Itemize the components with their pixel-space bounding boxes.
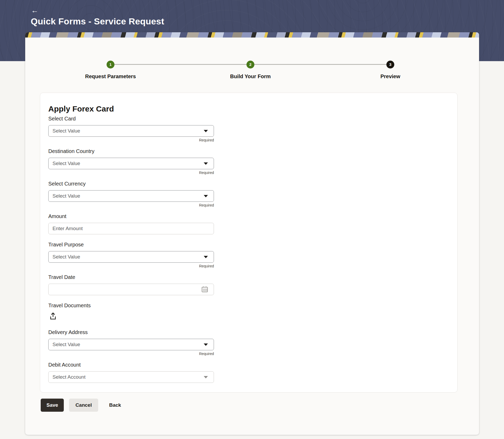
select-placeholder: Select Account — [52, 374, 86, 380]
save-button[interactable]: Save — [41, 399, 64, 412]
step-preview[interactable]: 3 Preview — [359, 61, 422, 80]
calendar-icon[interactable] — [201, 286, 208, 293]
field-select-currency: Select Currency Select Value Required — [48, 181, 214, 208]
required-hint: Required — [48, 203, 214, 208]
chevron-down-icon — [204, 256, 208, 258]
amount-input-wrap — [48, 223, 214, 234]
field-label: Amount — [48, 213, 214, 219]
decorative-banner — [25, 32, 479, 38]
delivery-address-dropdown[interactable]: Select Value — [48, 339, 214, 350]
field-label: Select Card — [48, 116, 214, 122]
step-3-label: Preview — [359, 73, 422, 80]
field-travel-date: Travel Date — [48, 274, 214, 295]
select-placeholder: Select Value — [52, 342, 80, 347]
required-hint: Required — [48, 138, 214, 142]
field-travel-purpose: Travel Purpose Select Value Required — [48, 242, 214, 268]
select-currency-dropdown[interactable]: Select Value — [48, 190, 214, 202]
chevron-down-icon — [204, 162, 208, 165]
step-1-label: Request Parameters — [79, 73, 142, 80]
amount-input[interactable] — [49, 223, 214, 234]
step-1-circle[interactable]: 1 — [107, 61, 114, 68]
field-travel-documents: Travel Documents — [48, 303, 214, 321]
travel-date-input[interactable] — [49, 284, 214, 295]
field-label: Destination Country — [48, 148, 214, 154]
field-label: Travel Date — [48, 274, 214, 280]
field-label: Select Currency — [48, 181, 214, 187]
step-request-parameters[interactable]: 1 Request Parameters — [79, 61, 142, 80]
select-placeholder: Select Value — [52, 128, 80, 134]
required-hint: Required — [48, 171, 214, 175]
chevron-down-icon — [204, 343, 208, 346]
step-2-label: Build Your Form — [219, 73, 282, 80]
travel-date-wrap — [48, 284, 214, 295]
select-placeholder: Select Value — [52, 161, 80, 166]
field-debit-account: Debit Account Select Account — [48, 362, 214, 383]
back-nav-button[interactable]: Back — [109, 399, 122, 412]
stepper: 1 Request Parameters 2 Build Your Form 3… — [25, 38, 479, 93]
select-placeholder: Select Value — [52, 193, 80, 199]
chevron-down-icon — [204, 376, 208, 378]
destination-country-dropdown[interactable]: Select Value — [48, 158, 214, 169]
select-placeholder: Select Value — [52, 254, 80, 260]
travel-purpose-dropdown[interactable]: Select Value — [48, 251, 214, 263]
field-label: Debit Account — [48, 362, 214, 368]
required-hint: Required — [48, 352, 214, 356]
upload-icon — [49, 312, 57, 320]
form-panel: Apply Forex Card Select Card Select Valu… — [40, 93, 458, 393]
step-3-circle[interactable]: 3 — [386, 61, 394, 68]
back-button[interactable]: ← — [31, 6, 41, 15]
chevron-down-icon — [204, 195, 208, 197]
arrow-left-icon: ← — [31, 6, 38, 14]
field-label: Delivery Address — [48, 329, 214, 335]
select-card-dropdown[interactable]: Select Value — [48, 125, 214, 137]
required-hint: Required — [48, 264, 214, 268]
debit-account-dropdown[interactable]: Select Account — [48, 371, 214, 383]
action-bar: Save Cancel Back — [41, 399, 479, 412]
step-build-your-form[interactable]: 2 Build Your Form — [219, 61, 282, 80]
chevron-down-icon — [204, 130, 208, 132]
field-destination-country: Destination Country Select Value Require… — [48, 148, 214, 175]
page: ← Quick Forms - Service Request 1 Reques… — [0, 0, 504, 439]
cancel-button[interactable]: Cancel — [69, 399, 98, 412]
upload-button[interactable] — [49, 312, 57, 321]
page-title: Quick Forms - Service Request — [31, 16, 164, 27]
field-select-card: Select Card Select Value Required — [48, 116, 214, 142]
field-delivery-address: Delivery Address Select Value Required — [48, 329, 214, 356]
field-label: Travel Purpose — [48, 242, 214, 248]
field-label: Travel Documents — [48, 303, 214, 309]
field-amount: Amount — [48, 213, 214, 234]
step-2-circle[interactable]: 2 — [246, 61, 254, 68]
content-card: 1 Request Parameters 2 Build Your Form 3… — [25, 32, 479, 435]
form-title: Apply Forex Card — [48, 104, 457, 114]
